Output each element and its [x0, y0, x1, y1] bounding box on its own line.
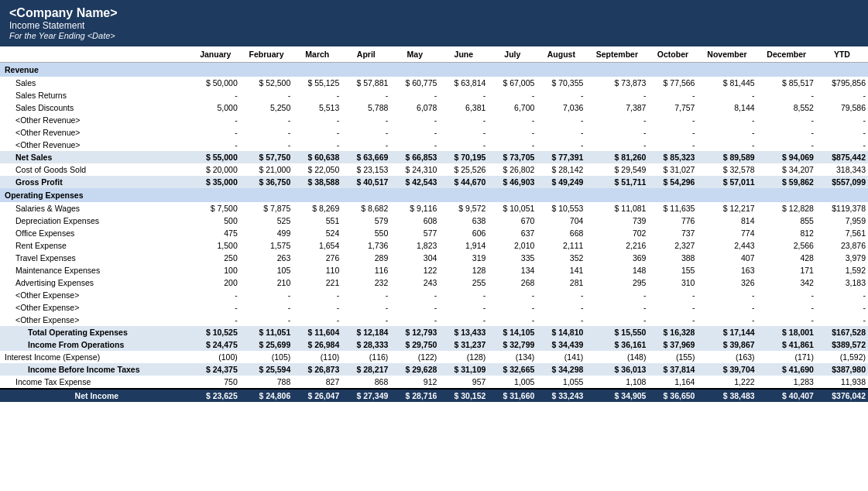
cogs-label: Cost of Goods Sold [0, 163, 191, 176]
sales-jun: $ 63,814 [439, 77, 488, 89]
other-rev3-row: <Other Revenue> - - - - - - - - - - - - … [0, 139, 868, 151]
income-before-tax-row: Income Before Income Taxes $ 24,375 $ 25… [0, 363, 868, 376]
col-header-may: May [390, 46, 439, 63]
sales-nov: $ 81,445 [697, 77, 756, 89]
other-rev2-label: <Other Revenue> [0, 126, 191, 139]
income-tax-row: Income Tax Expense 750 788 827 868 912 9… [0, 376, 868, 389]
col-header-nov: November [697, 46, 756, 63]
header: <Company Name> Income Statement For the … [0, 0, 868, 46]
col-header-apr: April [341, 46, 390, 63]
other-exp2-row: <Other Expense> - - - - - - - - - - - - … [0, 301, 868, 314]
rent-label: Rent Expense [0, 239, 191, 252]
net-sales-row: Net Sales $ 55,000 $ 57,750 $ 60,638 $ 6… [0, 151, 868, 163]
travel-label: Travel Expenses [0, 252, 191, 264]
sales-may: $ 60,775 [390, 77, 439, 89]
sales-jan: $ 50,000 [191, 77, 240, 89]
sales-discounts-label: Sales Discounts [0, 101, 191, 114]
sales-mar: $ 55,125 [293, 77, 341, 89]
maintenance-row: Maintenance Expenses 100 105 110 116 122… [0, 264, 868, 276]
sales-label: Sales [0, 77, 191, 89]
interest-label: Interest Income (Expense) [0, 351, 191, 363]
sales-returns-row: Sales Returns - - - - - - - - - - - - - [0, 89, 868, 101]
salaries-label: Salaries & Wages [0, 202, 191, 215]
office-exp-row: Office Expenses 475 499 524 550 577 606 … [0, 227, 868, 239]
travel-row: Travel Expenses 250 263 276 289 304 319 … [0, 252, 868, 264]
col-header-oct: October [648, 46, 697, 63]
sales-aug: $ 70,355 [537, 77, 585, 89]
income-tax-label: Income Tax Expense [0, 376, 191, 389]
sales-sep: $ 73,873 [585, 77, 648, 89]
sales-feb: $ 52,500 [240, 77, 293, 89]
depreciation-label: Depreciation Expenses [0, 215, 191, 227]
other-rev1-row: <Other Revenue> - - - - - - - - - - - - … [0, 114, 868, 126]
other-rev2-row: <Other Revenue> - - - - - - - - - - - - … [0, 126, 868, 139]
operating-section-header: Operating Expenses [0, 188, 868, 202]
salaries-row: Salaries & Wages $ 7,500 $ 7,875 $ 8,269… [0, 202, 868, 215]
operating-label: Operating Expenses [0, 188, 868, 202]
sales-apr: $ 57,881 [341, 77, 390, 89]
gross-profit-label: Gross Profit [0, 176, 191, 188]
sales-discounts-row: Sales Discounts 5,000 5,250 5,513 5,788 … [0, 101, 868, 114]
advertising-label: Advertising Expenses [0, 276, 191, 289]
col-header-feb: February [240, 46, 293, 63]
income-before-tax-label: Income Before Income Taxes [0, 363, 191, 376]
interest-row: Interest Income (Expense) (100) (105) (1… [0, 351, 868, 363]
sales-returns-label: Sales Returns [0, 89, 191, 101]
gross-profit-row: Gross Profit $ 35,000 $ 36,750 $ 38,588 … [0, 176, 868, 188]
income-ops-row: Income From Operations $ 24,475 $ 25,699… [0, 338, 868, 351]
other-exp2-label: <Other Expense> [0, 301, 191, 314]
income-ops-label: Income From Operations [0, 338, 191, 351]
other-exp1-row: <Other Expense> - - - - - - - - - - - - … [0, 289, 868, 301]
other-exp3-label: <Other Expense> [0, 314, 191, 326]
sales-ytd: $795,856 [816, 77, 868, 89]
col-header-jul: July [488, 46, 537, 63]
sales-row: Sales $ 50,000 $ 52,500 $ 55,125 $ 57,88… [0, 77, 868, 89]
col-header-aug: August [537, 46, 585, 63]
sales-dec: $ 85,517 [757, 77, 816, 89]
report-type: Income Statement [9, 20, 859, 31]
revenue-section-header: Revenue [0, 63, 868, 77]
other-rev3-label: <Other Revenue> [0, 139, 191, 151]
col-header-mar: March [293, 46, 341, 63]
maintenance-label: Maintenance Expenses [0, 264, 191, 276]
col-header-ytd: YTD [816, 46, 868, 63]
total-op-exp-row: Total Operating Expenses $ 10,525 $ 11,0… [0, 326, 868, 338]
office-exp-label: Office Expenses [0, 227, 191, 239]
cogs-row: Cost of Goods Sold $ 20,000 $ 21,000 $ 2… [0, 163, 868, 176]
sales-oct: $ 77,566 [648, 77, 697, 89]
sales-jul: $ 67,005 [488, 77, 537, 89]
net-sales-label: Net Sales [0, 151, 191, 163]
net-income-row: Net Income $ 23,625 $ 24,806 $ 26,047 $ … [0, 389, 868, 402]
col-header-jun: June [439, 46, 488, 63]
col-header-label [0, 46, 191, 63]
net-income-label: Net Income [0, 389, 191, 402]
revenue-label: Revenue [0, 63, 868, 77]
col-header-dec: December [757, 46, 816, 63]
report-period: For the Year Ending <Date> [9, 31, 859, 40]
col-header-sep: September [585, 46, 648, 63]
total-op-exp-label: Total Operating Expenses [0, 326, 191, 338]
company-name: <Company Name> [9, 6, 859, 20]
col-header-jan: January [191, 46, 240, 63]
rent-row: Rent Expense 1,500 1,575 1,654 1,736 1,8… [0, 239, 868, 252]
other-rev1-label: <Other Revenue> [0, 114, 191, 126]
other-exp3-row: <Other Expense> - - - - - - - - - - - - … [0, 314, 868, 326]
other-exp1-label: <Other Expense> [0, 289, 191, 301]
income-statement-table: January February March April May June Ju… [0, 46, 868, 402]
advertising-row: Advertising Expenses 200 210 221 232 243… [0, 276, 868, 289]
depreciation-row: Depreciation Expenses 500 525 551 579 60… [0, 215, 868, 227]
